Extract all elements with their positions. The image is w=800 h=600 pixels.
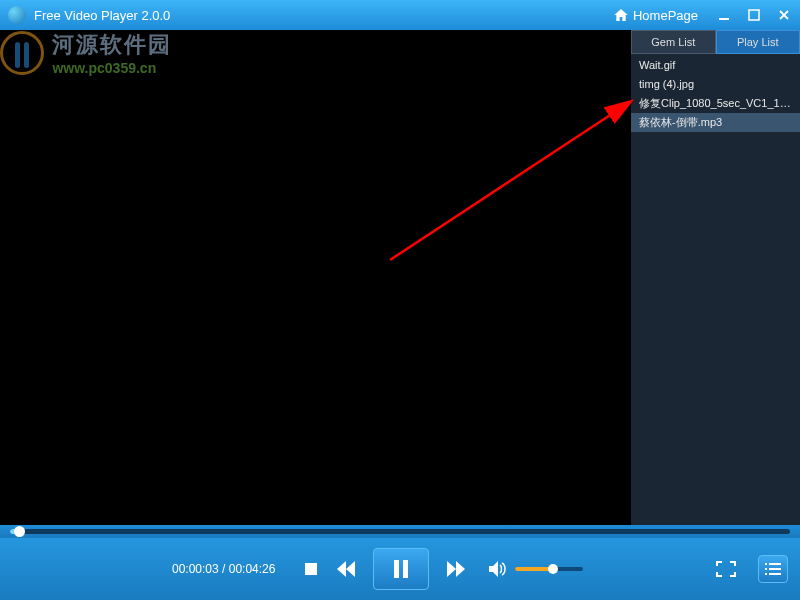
playlist-panel: Gem List Play List Wait.gif timg (4).jpg… <box>631 30 800 525</box>
volume-slider[interactable] <box>515 567 583 571</box>
svg-rect-5 <box>403 560 408 578</box>
controlbar: 00:00:03 / 00:04:26 <box>0 538 800 600</box>
list-item[interactable]: timg (4).jpg <box>631 75 800 94</box>
svg-rect-11 <box>769 573 781 575</box>
list-item[interactable]: Wait.gif <box>631 56 800 75</box>
svg-rect-3 <box>305 563 317 575</box>
svg-rect-4 <box>394 560 399 578</box>
app-icon <box>8 6 26 24</box>
previous-icon <box>337 561 355 577</box>
close-button[interactable] <box>776 7 792 23</box>
next-icon <box>447 561 465 577</box>
annotation-arrow <box>380 90 650 270</box>
pause-button[interactable] <box>373 548 429 590</box>
app-title: Free Video Player 2.0.0 <box>34 8 170 23</box>
svg-rect-0 <box>719 18 729 20</box>
list-item[interactable]: 修复Clip_1080_5sec_VC1_15... <box>631 94 800 113</box>
next-button[interactable] <box>447 561 465 577</box>
watermark: 河源软件园 www.pc0359.cn <box>0 30 172 76</box>
mute-button[interactable] <box>489 561 507 577</box>
list-icon <box>765 562 781 576</box>
playlist-toggle-button[interactable] <box>758 555 788 583</box>
svg-rect-10 <box>765 573 767 575</box>
time-display: 00:00:03 / 00:04:26 <box>172 562 275 576</box>
titlebar: Free Video Player 2.0.0 HomePage <box>0 0 800 30</box>
homepage-label: HomePage <box>633 8 698 23</box>
svg-rect-9 <box>769 568 781 570</box>
minimize-button[interactable] <box>716 7 732 23</box>
maximize-button[interactable] <box>746 7 762 23</box>
fullscreen-button[interactable] <box>716 561 736 577</box>
svg-rect-6 <box>765 563 767 565</box>
fullscreen-icon <box>716 561 736 577</box>
seekbar[interactable] <box>0 525 800 538</box>
video-viewport[interactable]: 河源软件园 www.pc0359.cn <box>0 30 631 525</box>
previous-button[interactable] <box>337 561 355 577</box>
svg-rect-8 <box>765 568 767 570</box>
watermark-text: 河源软件园 <box>52 30 172 60</box>
seek-thumb[interactable] <box>14 526 25 537</box>
tab-gem-list[interactable]: Gem List <box>631 30 716 54</box>
volume-thumb[interactable] <box>548 564 558 574</box>
stop-button[interactable] <box>303 561 319 577</box>
current-time: 00:00:03 <box>172 562 219 576</box>
svg-rect-1 <box>749 10 759 20</box>
svg-line-2 <box>390 102 630 260</box>
playlist-items: Wait.gif timg (4).jpg 修复Clip_1080_5sec_V… <box>631 54 800 525</box>
watermark-url: www.pc0359.cn <box>52 60 172 76</box>
tab-play-list[interactable]: Play List <box>716 30 801 54</box>
total-time: 00:04:26 <box>229 562 276 576</box>
homepage-link[interactable]: HomePage <box>613 7 698 23</box>
stop-icon <box>303 561 319 577</box>
pause-icon <box>392 559 410 579</box>
volume-icon <box>489 561 507 577</box>
svg-rect-7 <box>769 563 781 565</box>
home-icon <box>613 7 629 23</box>
list-item[interactable]: 蔡依林-倒带.mp3 <box>631 113 800 132</box>
